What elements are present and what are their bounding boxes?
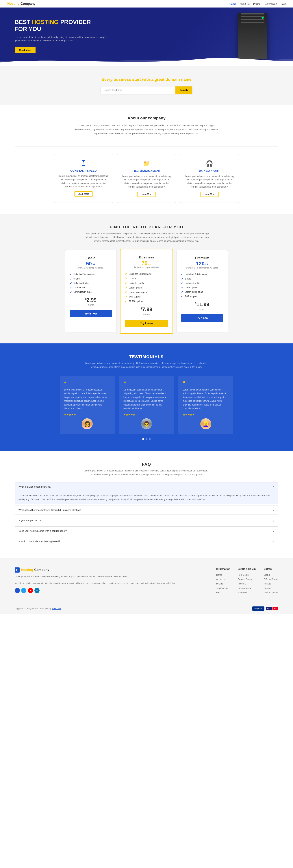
feature-support-learn-more[interactable]: Learn More — [200, 192, 219, 197]
testimonial-2-avatar: 👨 — [141, 418, 152, 429]
footer-help: Let us help you Help Center Contact Cent… — [238, 567, 257, 595]
pricing-basic-period: month — [70, 304, 112, 306]
faq-question-2[interactable]: What's the difference between Shared & B… — [15, 506, 278, 514]
footer-link-giftcerts[interactable]: Gift certificates — [264, 578, 278, 581]
nav-about[interactable]: About Us — [240, 3, 250, 5]
domain-search-button[interactable]: Search — [175, 87, 192, 94]
logo-host: Hosting — [7, 2, 20, 5]
feature-speed-learn-more[interactable]: Learn More — [74, 191, 93, 196]
faq-chevron-5: ∨ — [272, 539, 274, 543]
pricing-business-f6: ✔24/7 support — [125, 295, 168, 298]
faq-chevron-3: ∨ — [272, 519, 274, 522]
testimonial-3-text: Lorem ipsum dolor sit amet consectetur a… — [183, 388, 229, 410]
footer-link-testimonials[interactable]: Testimonials — [216, 587, 228, 589]
footer-brand: H Hosting Company Lorem ipsum, dolor sit… — [15, 567, 209, 595]
footer-extras: Extras Brand Gift certificates Affiliate… — [264, 567, 278, 595]
faq-answer-1: This is the first item's accordion body.… — [15, 491, 278, 504]
social-youtube[interactable]: ▶ — [28, 588, 33, 593]
footer-link-faq[interactable]: Faq — [216, 591, 220, 594]
hero-read-more-button[interactable]: Read More — [15, 47, 35, 53]
testimonial-1-avatar: 👩 — [82, 418, 93, 429]
faq-question-3[interactable]: Is your support 24/7? ∨ — [15, 516, 278, 525]
pricing-premium-perfect: Perfect for e-commerce websites — [181, 267, 223, 269]
faq-chevron-2: ∨ — [272, 508, 274, 512]
testimonial-3-stars: ★★★★★ — [183, 413, 229, 416]
pricing-basic: Basic 50GB Perfect for small websites ✔U… — [65, 250, 117, 333]
social-twitter[interactable]: t — [21, 588, 26, 593]
footer-link-contactpoints[interactable]: Contact points — [264, 591, 278, 594]
faq-question-4[interactable]: Does your hosting come with a control pa… — [15, 527, 278, 535]
dot-1[interactable] — [142, 438, 144, 440]
footer-copyright-link[interactable]: Softex.AG — [52, 607, 61, 610]
faq-question-1[interactable]: What is a web hosting service? ∧ — [15, 483, 278, 491]
pricing-business-storage: 70GB — [125, 260, 168, 266]
footer-link-brand[interactable]: Brand — [264, 574, 270, 576]
footer-information: Information Home About Us Pricing Testim… — [216, 567, 230, 595]
footer-logo-company: Company — [34, 568, 49, 572]
pricing-business-try-button[interactable]: Try it now — [125, 320, 168, 327]
speed-icon: 🗄 — [59, 160, 108, 167]
footer-link-account[interactable]: Account — [238, 583, 246, 585]
pricing-premium-f2: ✔cPanel — [181, 277, 223, 280]
testimonials-subtitle: Lorem ipsum dolor sit amet consectetur, … — [83, 361, 210, 369]
pricing-cards: Basic 50GB Perfect for small websites ✔U… — [15, 250, 278, 333]
footer-copyright: Copyright © Designed and Developed by So… — [15, 607, 61, 610]
social-linkedin[interactable]: in — [34, 588, 39, 593]
faq-question-5[interactable]: In which country is your hosting based? … — [15, 537, 278, 546]
footer-link-contactcenter[interactable]: Contact Center — [238, 578, 253, 581]
paypal-logo: PayPal — [252, 607, 264, 611]
feature-files-text: Lorem ipsum dolor sit amet consectetur a… — [122, 175, 171, 189]
pricing-premium-try-button[interactable]: Try it now — [181, 314, 223, 322]
faq-title: FAQ — [15, 462, 278, 467]
faq-item-3: Is your support 24/7? ∨ — [15, 516, 278, 525]
testimonial-3: ❝ Lorem ipsum dolor sit amet consectetur… — [178, 376, 233, 434]
footer-link-pricing[interactable]: Pricing — [216, 583, 223, 585]
nav-testimonials[interactable]: Testimonials — [264, 3, 277, 5]
feature-files-learn-more[interactable]: Learn More — [137, 192, 156, 197]
pricing-basic-name: Basic — [70, 256, 112, 260]
quote-icon-1: ❝ — [64, 381, 110, 386]
pricing-premium-f6: ✔24/7 support — [181, 295, 223, 298]
pricing-basic-perfect: Perfect for small websites — [70, 267, 112, 269]
pricing-business-f2: ✔cPanel — [125, 277, 168, 280]
footer-link-specials[interactable]: Specials — [264, 587, 272, 589]
footer-link-privacy[interactable]: Privacy policy — [238, 587, 251, 589]
testimonial-1-text: Lorem ipsum dolor sit amet consectetur a… — [64, 388, 110, 410]
faq-chevron-1: ∧ — [272, 485, 274, 489]
pricing-basic-price: $2.99 — [70, 297, 112, 303]
testimonial-1: ❝ Lorem ipsum dolor sit amet consectetur… — [60, 376, 115, 434]
pricing-basic-f2: ✔cPanel — [70, 277, 112, 280]
nav-home[interactable]: Home — [229, 3, 236, 5]
footer-link-myorders[interactable]: My orders — [238, 591, 248, 594]
faq-item-1: What is a web hosting service? ∧ This is… — [15, 482, 278, 504]
pricing-title: FIND THE RIGHT PLAN FOR YOU — [15, 225, 278, 229]
testimonial-2-text: Lorem ipsum dolor sit amet consectetur a… — [123, 388, 170, 410]
hero-section: BEST HOSTING PROVIDERFOR YOU Lorem ipsum… — [0, 7, 293, 66]
pricing-basic-f4: ✔Lorem ipsum — [70, 286, 112, 289]
pricing-basic-try-button[interactable]: Try it now — [70, 310, 112, 317]
feature-support-title: 24/7 SUPPORT — [185, 169, 234, 173]
footer-link-affiliate[interactable]: Affiliate — [264, 583, 271, 585]
pricing-basic-f3: ✔Unlimited traffic — [70, 282, 112, 285]
about-title: About our company — [15, 116, 278, 121]
nav-pricing[interactable]: Pricing — [253, 3, 261, 5]
footer-link-helpcenter[interactable]: Help Center — [238, 574, 250, 576]
footer-logo-icon: H — [15, 567, 20, 572]
domain-search-box: Search — [101, 86, 192, 94]
pricing-premium: Premium 120GB Perfect for e-commerce web… — [176, 250, 228, 333]
domain-search-input[interactable] — [101, 87, 175, 94]
testimonial-2: ❝ Lorem ipsum dolor sit amet consectetur… — [119, 376, 174, 434]
dot-2[interactable] — [145, 438, 148, 440]
quote-icon-3: ❝ — [183, 381, 229, 386]
social-facebook[interactable]: f — [15, 588, 20, 593]
footer-link-home[interactable]: Home — [216, 574, 222, 576]
feature-speed-text: Lorem ipsum dolor sit amet consectetur a… — [59, 174, 108, 188]
pricing-business-f7: ✔99.9% Uptime — [125, 300, 168, 303]
footer-link-about[interactable]: About Us — [216, 578, 225, 581]
dot-3[interactable] — [149, 438, 151, 440]
logo-company: Company — [21, 2, 35, 5]
feature-files-title: FILE MANAGAMENT — [122, 169, 171, 173]
feature-speed: 🗄 CONSTANT SPEED Lorem ipsum dolor sit a… — [54, 154, 113, 203]
nav-faq[interactable]: FAQ — [281, 3, 286, 5]
testimonials-section: TESTIMONIALS Lorem ipsum dolor sit amet … — [0, 343, 293, 451]
